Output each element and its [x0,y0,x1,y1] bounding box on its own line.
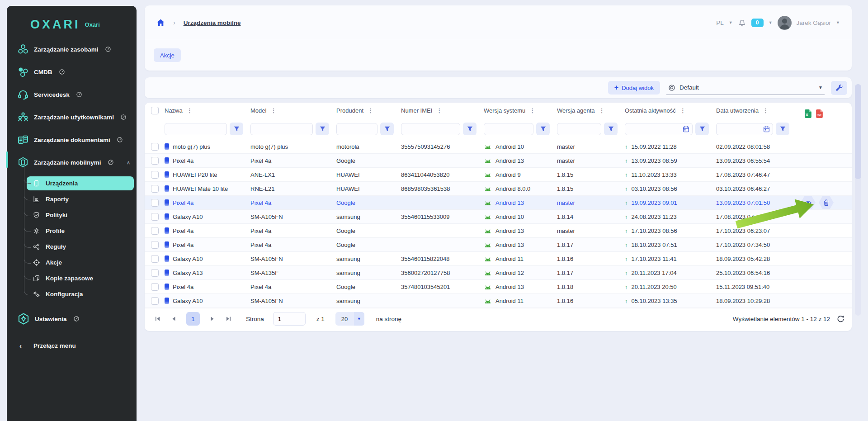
column-menu-icon[interactable]: ⋮ [367,107,374,114]
filter-funnel-button[interactable] [604,123,618,135]
add-view-button[interactable]: + Dodaj widok [608,81,660,95]
filter-funnel-button[interactable] [536,123,550,135]
column-menu-icon[interactable]: ⋮ [598,107,606,114]
column-header[interactable]: Data utworzenia ⋮ [716,107,797,114]
table-row[interactable]: Galaxy A10 SM-A105FN samsung 35546011582… [145,252,852,266]
column-header[interactable]: Numer IMEI ⋮ [401,107,484,114]
column-menu-icon[interactable]: ⋮ [269,107,277,114]
page-size-select[interactable]: 20 ▼ [335,312,364,326]
calendar-icon[interactable] [763,126,770,132]
breadcrumb[interactable]: Urządzenia mobilne [184,19,241,26]
table-row[interactable]: Pixel 4a Pixel 4a Google Android 13 1.8.… [145,238,852,252]
select-all-checkbox[interactable] [151,107,159,114]
filter-funnel-button[interactable] [230,123,243,135]
submenu-item[interactable]: Raporty [27,191,134,207]
table-row[interactable]: Galaxy A10 SM-A105FN samsung 35546011553… [145,210,852,224]
first-page-button[interactable] [152,313,164,325]
chevron-up-icon[interactable]: ∧ [127,160,130,166]
column-header[interactable]: Nazwa ⋮ [165,107,250,114]
row-checkbox[interactable] [151,227,159,235]
row-checkbox[interactable] [151,157,159,165]
view-details-button[interactable] [801,196,816,209]
vertical-scrollbar[interactable] [855,84,861,316]
column-menu-icon[interactable]: ⋮ [679,107,687,114]
table-settings-button[interactable] [831,81,847,95]
scrollbar-thumb[interactable] [855,84,861,179]
table-row[interactable]: HUAWEI Mate 10 lite RNE-L21 HUAWEI 86859… [145,182,852,196]
table-row[interactable]: Pixel 4a Pixel 4a Google Android 13 mast… [145,224,852,238]
submenu-item[interactable]: Konfiguracja [27,286,134,302]
page-number-input[interactable] [273,312,306,326]
table-row[interactable]: HUAWEI P20 lite ANE-LX1 HUAWEI 863411044… [145,168,852,182]
column-header[interactable]: Produdent ⋮ [336,107,401,114]
filter-funnel-button[interactable] [316,123,329,135]
submenu-item[interactable]: Profile [27,223,134,239]
column-header[interactable]: Wersja systemu ⋮ [484,107,557,114]
last-page-button[interactable] [222,313,234,325]
row-checkbox[interactable] [151,269,159,277]
filter-input[interactable] [336,123,377,135]
row-checkbox[interactable] [151,297,159,305]
table-row[interactable]: Galaxy A10 SM-A105FN samsung Android 11 … [145,294,852,308]
chevron-down-icon[interactable]: ▼ [769,20,773,25]
column-header[interactable]: Ostatnia aktywność ⋮ [625,107,716,114]
sidebar-item-settings[interactable]: Ustawienia [7,307,137,330]
view-select[interactable]: Default ▼ [666,80,825,95]
export-excel-icon[interactable]: X [804,109,812,118]
table-row[interactable]: Galaxy A13 SM-A135F samsung 356002720127… [145,266,852,280]
table-row[interactable]: Pixel 4a Pixel 4a Google Android 13 mast… [145,154,852,168]
filter-input[interactable] [557,123,601,135]
column-menu-icon[interactable]: ⋮ [435,107,443,114]
filter-funnel-button[interactable] [776,123,789,135]
column-header[interactable]: Wersja agenta ⋮ [557,107,625,114]
submenu-item[interactable]: Akcje [27,255,134,270]
next-page-button[interactable] [206,313,218,325]
user-name[interactable]: Jarek Gąsior [797,19,831,26]
row-checkbox[interactable] [151,241,159,249]
column-header[interactable]: Model ⋮ [250,107,336,114]
submenu-item[interactable]: Kopie zapasowe [27,270,134,286]
notification-count-badge[interactable]: 0 [751,19,764,27]
submenu-item[interactable]: Reguły [27,239,134,255]
submenu-item[interactable]: Polityki [27,207,134,223]
home-icon[interactable] [156,19,165,27]
filter-input[interactable] [250,123,313,135]
menu-toggle[interactable]: ‹ Przełącz menu [7,342,137,350]
filter-funnel-button[interactable] [695,123,709,135]
chevron-down-icon[interactable]: ▼ [729,20,733,25]
calendar-icon[interactable] [683,126,689,132]
row-checkbox[interactable] [151,283,159,291]
column-menu-icon[interactable]: ⋮ [762,107,769,114]
filter-funnel-button[interactable] [463,123,476,135]
avatar[interactable] [778,16,792,30]
row-checkbox[interactable] [151,171,159,179]
language-selector[interactable]: PL [716,19,724,26]
row-checkbox[interactable] [151,255,159,263]
sidebar-item[interactable]: Servicedesk ∧ [7,83,137,106]
chevron-down-icon[interactable]: ▼ [836,20,840,25]
export-pdf-icon[interactable]: PDF [815,109,824,118]
row-checkbox[interactable] [151,143,159,151]
column-menu-icon[interactable]: ⋮ [528,107,536,114]
filter-input[interactable] [165,123,227,135]
filter-input[interactable] [484,123,533,135]
filter-input[interactable] [401,123,460,135]
table-row[interactable]: Pixel 4a Pixel 4a Google Android 13 mast… [145,196,852,210]
submenu-item[interactable]: Urządzenia [27,176,134,190]
refresh-icon[interactable] [836,315,844,323]
sidebar-item[interactable]: CMDB ∧ [7,61,137,83]
row-checkbox[interactable] [151,213,159,221]
column-menu-icon[interactable]: ⋮ [186,107,193,114]
sidebar-item[interactable]: Zarządzanie użytkownikami ∧ [7,106,137,128]
delete-button[interactable] [819,196,834,209]
row-checkbox[interactable] [151,185,159,193]
actions-button[interactable]: Akcje [154,48,181,62]
row-checkbox[interactable] [151,199,159,207]
current-page-button[interactable]: 1 [186,312,200,326]
filter-funnel-button[interactable] [380,123,394,135]
table-row[interactable]: Pixel 4a Pixel 4a Google 357480103545201… [145,280,852,294]
sidebar-item[interactable]: Zarządzanie dokumentami ∧ [7,128,137,151]
prev-page-button[interactable] [168,313,180,325]
table-row[interactable]: moto g(7) plus moto g(7) plus motorola 3… [145,140,852,154]
sidebar-item[interactable]: Zarządzanie zasobami ∧ [7,38,137,61]
